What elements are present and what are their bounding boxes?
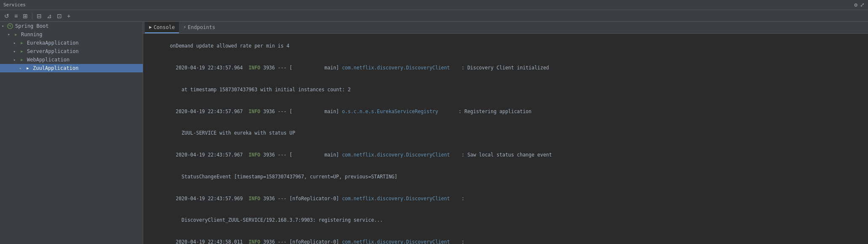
eureka-label: EurekaApplication: [27, 40, 79, 46]
spring-boot-icon: [7, 23, 13, 29]
zuul-label: ZuulApplication: [33, 65, 78, 71]
log-line-0: onDemand update allowed rate per min is …: [147, 35, 865, 57]
web-icon: ▶: [19, 56, 25, 63]
right-panel: ▶ Console ⚡ Endpoints onDemand update al…: [143, 22, 868, 244]
eureka-arrow: [13, 41, 19, 45]
endpoints-tab-icon: ⚡: [183, 24, 186, 30]
toolbar-separator: [32, 13, 32, 19]
log-block-4: 2020-04-19 22:43:57.969 INFO 3936 --- [n…: [147, 188, 865, 231]
title-bar: Services ⚙ ⤢: [0, 0, 868, 10]
expand-icon[interactable]: ⤢: [860, 2, 865, 8]
spring-boot-label: Spring Boot: [15, 23, 48, 29]
spring-boot-arrow: [2, 24, 7, 28]
server-icon: ▶: [19, 48, 25, 55]
log-block-5: 2020-04-19 22:43:58.011 INFO 3936 --- [n…: [147, 231, 865, 244]
zuul-icon: ▶: [24, 65, 31, 72]
console-tab-icon: ▶: [149, 24, 152, 30]
server-arrow: [13, 49, 19, 53]
console-output[interactable]: onDemand update allowed rate per min is …: [143, 34, 868, 244]
log-block-2: 2020-04-19 22:43:57.967 INFO 3936 --- [ …: [147, 101, 865, 144]
settings-icon[interactable]: ⚙: [854, 2, 857, 8]
log-block-3: 2020-04-19 22:43:57.967 INFO 3936 --- [ …: [147, 144, 865, 188]
sidebar-item-eureka[interactable]: ▶ EurekaApplication: [0, 39, 143, 47]
title-bar-title: Services: [3, 2, 26, 8]
filter-button[interactable]: ⊿: [45, 12, 53, 20]
server-label: ServerApplication: [27, 48, 79, 54]
sidebar-item-zuul[interactable]: ▶ ZuulApplication: [0, 64, 143, 72]
endpoints-tab-label: Endpoints: [188, 24, 215, 30]
refresh-button[interactable]: ↺: [3, 12, 11, 20]
main-container: Spring Boot ▶ Running ▶ EurekaApplicatio…: [0, 22, 868, 244]
sidebar-item-server[interactable]: ▶ ServerApplication: [0, 47, 143, 56]
eureka-icon: ▶: [19, 40, 25, 46]
tab-console[interactable]: ▶ Console: [145, 22, 179, 33]
add-button[interactable]: +: [65, 12, 72, 20]
web-arrow: [13, 58, 19, 62]
zuul-arrow: [19, 66, 24, 70]
running-arrow: [8, 32, 13, 37]
tab-bar: ▶ Console ⚡ Endpoints: [143, 22, 868, 34]
pin-button[interactable]: ⊡: [55, 12, 64, 20]
expand-all-button[interactable]: ⊞: [21, 12, 29, 20]
console-tab-label: Console: [154, 24, 175, 30]
sidebar-item-running[interactable]: ▶ Running: [0, 30, 143, 39]
title-bar-actions: ⚙ ⤢: [854, 2, 865, 8]
group-button[interactable]: ⊟: [35, 12, 43, 20]
sidebar-item-web[interactable]: ▶ WebApplication: [0, 56, 143, 64]
tab-endpoints[interactable]: ⚡ Endpoints: [179, 22, 219, 33]
svg-point-0: [8, 24, 13, 29]
collapse-all-button[interactable]: ≡: [13, 12, 19, 20]
sidebar-item-spring-boot[interactable]: Spring Boot: [0, 22, 143, 30]
web-label: WebApplication: [27, 57, 69, 63]
sidebar: Spring Boot ▶ Running ▶ EurekaApplicatio…: [0, 22, 143, 244]
running-label: Running: [21, 32, 43, 37]
running-icon: ▶: [13, 31, 19, 38]
log-block-1: 2020-04-19 22:43:57.964 INFO 3936 --- [ …: [147, 57, 865, 101]
toolbar: ↺ ≡ ⊞ ⊟ ⊿ ⊡ +: [0, 10, 868, 22]
